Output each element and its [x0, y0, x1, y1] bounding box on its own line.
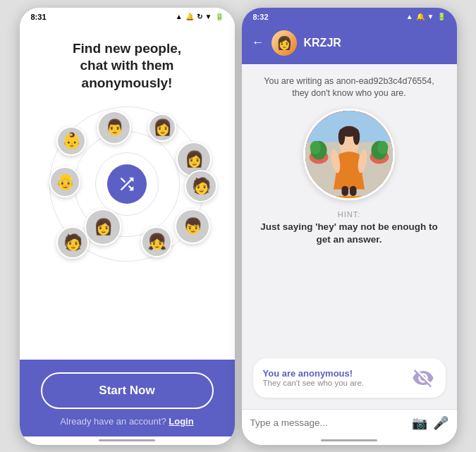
- screen2-status-icons: ▲ 🔔 ▼ 🔋: [406, 13, 446, 20]
- start-now-button[interactable]: Start Now: [41, 372, 214, 409]
- header-avatar: 👩: [271, 30, 297, 56]
- back-button[interactable]: ←: [252, 35, 264, 50]
- screen2-body: You are writing as anon-ead92b3c4d76554,…: [242, 64, 457, 409]
- screen1-phone: 8:31 ▲ 🔔 ↻ ▼ 🔋 Find new people, chat wit…: [20, 8, 235, 445]
- eye-hidden-icon: [410, 365, 436, 391]
- home-bar-1: [99, 439, 155, 441]
- avatar-2: 👩: [148, 114, 176, 142]
- anon-title: You are anonymous!: [263, 368, 403, 379]
- avatar-1: 👨: [97, 111, 131, 145]
- screen1-time: 8:31: [31, 13, 47, 21]
- message-bar: 📷 🎤: [242, 409, 457, 436]
- anon-subtitle: They can't see who you are.: [263, 379, 403, 387]
- wifi-icon: ▼: [205, 13, 212, 20]
- alert-icon-2: ▲: [406, 13, 413, 20]
- svg-point-11: [338, 128, 346, 145]
- avatar-6: 👧: [141, 226, 172, 257]
- anon-badge: You are anonymous! They can't see who yo…: [253, 358, 446, 398]
- screen1-body: Find new people, chat with them anonymou…: [20, 25, 235, 360]
- screen1-status-icons: ▲ 🔔 ↻ ▼ 🔋: [176, 13, 224, 20]
- screen2-status-bar: 8:32 ▲ 🔔 ▼ 🔋: [242, 8, 457, 25]
- screen2-time: 8:32: [253, 13, 269, 21]
- avatar-4: 🧑: [185, 170, 217, 202]
- avatar-7: 👩: [85, 209, 121, 245]
- svg-point-6: [310, 140, 321, 154]
- login-prompt: Already have an account? Login: [60, 416, 193, 427]
- home-indicator-1: [20, 436, 235, 445]
- screen1-bottom: Start Now Already have an account? Login: [20, 360, 235, 436]
- hint-section: HINT: Just saying 'hey' may not be enoug…: [253, 210, 446, 248]
- shuffle-icon: [107, 164, 147, 204]
- profile-circle: [303, 109, 395, 200]
- cloud-icon: 🔔: [185, 13, 194, 20]
- avatar-5: 👦: [175, 209, 210, 244]
- svg-point-7: [377, 140, 388, 154]
- login-link[interactable]: Login: [169, 416, 193, 427]
- sync-icon: ↻: [197, 13, 202, 20]
- svg-rect-15: [342, 185, 349, 195]
- screen1-status-bar: 8:31 ▲ 🔔 ↻ ▼ 🔋: [20, 8, 235, 25]
- anon-badge-text: You are anonymous! They can't see who yo…: [263, 368, 403, 387]
- message-input[interactable]: [250, 417, 406, 428]
- avatar-10: 👶: [56, 126, 86, 156]
- screen2-phone: 8:32 ▲ 🔔 ▼ 🔋 ← 👩 KRZJR You are writing a…: [242, 8, 457, 445]
- home-indicator-2: [242, 436, 457, 445]
- hint-text: Just saying 'hey' may not be enough to g…: [253, 221, 446, 248]
- svg-rect-16: [350, 185, 357, 195]
- hint-label: HINT:: [253, 210, 446, 219]
- home-bar-2: [321, 439, 377, 441]
- cloud-icon-2: 🔔: [416, 13, 425, 20]
- anon-notice: You are writing as anon-ead92b3c4d76554,…: [253, 75, 446, 100]
- screen1-title: Find new people, chat with them anonymou…: [20, 40, 235, 92]
- avatar-9: 👴: [49, 166, 80, 197]
- profile-image: [305, 111, 393, 198]
- camera-icon[interactable]: 📷: [412, 415, 427, 431]
- wifi-icon-2: ▼: [427, 13, 434, 20]
- avatar-8: 🧑: [56, 226, 89, 259]
- header-username: KRZJR: [304, 37, 341, 49]
- mic-icon[interactable]: 🎤: [433, 415, 448, 431]
- screen2-header: ← 👩 KRZJR: [242, 25, 457, 64]
- battery-icon-2: 🔋: [437, 13, 446, 20]
- battery-icon: 🔋: [215, 13, 224, 20]
- alert-icon: ▲: [176, 13, 183, 20]
- avatar-cluster: 👨 👩 👩 🧑 👦 👧 👩 🧑 👴 👶: [42, 99, 212, 269]
- svg-point-12: [353, 128, 360, 145]
